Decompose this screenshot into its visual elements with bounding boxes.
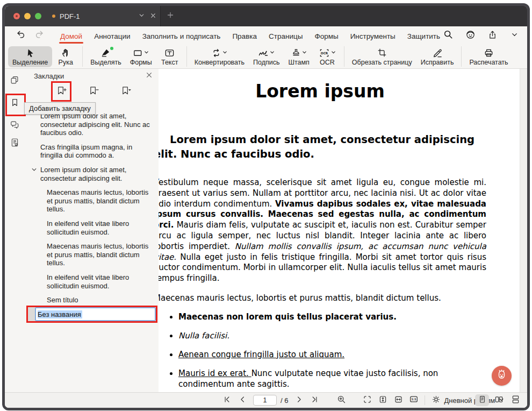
- menu-tab-6[interactable]: Формы: [308, 28, 344, 44]
- add-bookmark-button[interactable]: [54, 84, 68, 98]
- crop-tool-button[interactable]: Обрезать страницу: [348, 46, 416, 67]
- titlebar: PDF-1: [5, 6, 527, 26]
- menu-tab-3[interactable]: Заполнить и подписать: [136, 28, 227, 44]
- chevron-left-icon: [239, 395, 247, 406]
- bookmark-title-input[interactable]: Без названия: [35, 307, 156, 321]
- document-title: Lorem ipsum: [159, 81, 486, 102]
- minimize-window-button[interactable]: [24, 13, 31, 19]
- convert-tool-button[interactable]: Конвертировать: [190, 46, 249, 67]
- tool-icon-row: [432, 48, 443, 58]
- tab-modified-dot: [52, 15, 55, 18]
- menu-tab-7[interactable]: Инструменты: [344, 28, 401, 44]
- paragraph: Vestibulum neque massa, scelerisque sit …: [159, 178, 486, 284]
- share-icon: [488, 30, 497, 42]
- shapes-tool-button[interactable]: Формы: [126, 46, 156, 67]
- bookmark-text: Lorem ipsum dolor sit amet, consectetur …: [40, 112, 150, 137]
- ai-assistant-button[interactable]: [492, 366, 512, 386]
- close-panel-button[interactable]: [145, 72, 153, 80]
- collapse-toolbar-button[interactable]: [509, 30, 520, 41]
- tool-icon-row: [258, 48, 275, 58]
- toolbar-group: Обрезать страницуИсправить: [344, 45, 462, 68]
- redo-button[interactable]: [34, 30, 45, 41]
- shapes-icon: [133, 48, 143, 60]
- chevron-down-icon: [511, 31, 519, 41]
- new-tab-button[interactable]: [165, 11, 176, 22]
- first-page-icon: [223, 395, 231, 406]
- menu-tab-5[interactable]: Страницы: [263, 28, 308, 44]
- actual-size-button[interactable]: 1:1: [409, 395, 419, 405]
- fit-height-icon: [378, 395, 387, 406]
- document-viewport[interactable]: Lorem ipsum Lorem ipsum dolor sit amet, …: [159, 69, 527, 393]
- chevron-down-icon: [270, 48, 275, 58]
- scrollbar-track[interactable]: [520, 69, 527, 393]
- share-button[interactable]: [487, 30, 498, 41]
- scroll-view-button[interactable]: [508, 394, 522, 406]
- last-page-icon: [311, 395, 319, 406]
- support-button[interactable]: [465, 30, 476, 41]
- bookmark-item-6[interactable]: Maecenas mauris lectus, lobortis et puru…: [24, 242, 152, 267]
- fit-page-icon: [363, 395, 372, 406]
- previous-page-button[interactable]: [238, 395, 247, 405]
- page-number-input[interactable]: 1: [253, 395, 277, 406]
- tooltip: Добавить закладку: [24, 102, 96, 115]
- tool-icon-row: [133, 48, 149, 58]
- zoom-button[interactable]: [336, 395, 346, 405]
- support-icon: [465, 30, 476, 42]
- chevron-down-icon[interactable]: [31, 166, 37, 175]
- bookmark-item-4[interactable]: Maecenas mauris lectus, lobortis et puru…: [24, 188, 152, 214]
- last-page-button[interactable]: [310, 395, 319, 405]
- bullet-item-3: Aenean congue fringilla justo ut aliquam…: [178, 349, 486, 360]
- bookmark-item-8[interactable]: Sem título: [24, 296, 152, 304]
- menu-tab-1[interactable]: Домой: [54, 28, 88, 44]
- stamp-icon: [291, 48, 301, 60]
- remove-bookmark-button[interactable]: [87, 84, 100, 98]
- first-page-button[interactable]: [222, 395, 232, 405]
- two-page-icon: [494, 395, 504, 406]
- menu-tab-8[interactable]: Защитить: [401, 28, 446, 44]
- sidebar-rail: [5, 69, 25, 393]
- close-window-button[interactable]: [13, 13, 20, 19]
- cursor-tool-button[interactable]: Выделение: [8, 46, 52, 67]
- fit-width-button[interactable]: [393, 395, 403, 405]
- fit-page-button[interactable]: [362, 395, 372, 405]
- printer-tool-button[interactable]: Распечатать: [465, 46, 512, 67]
- bookmark-item-2[interactable]: Cras fringilla ipsum magna, in fringilla…: [24, 143, 150, 160]
- tab-close-button[interactable]: [149, 12, 157, 20]
- tool-icon-row: OCR: [319, 48, 336, 58]
- hand-tool-button[interactable]: Рука: [52, 46, 79, 67]
- tab-dropdown-button[interactable]: [137, 12, 146, 20]
- fit-height-button[interactable]: [378, 395, 387, 405]
- bookmark-menu-icon: [120, 86, 132, 98]
- bookmarks-panel-header: Закладки: [24, 69, 159, 82]
- menu-tab-4[interactable]: Правка: [226, 28, 263, 44]
- single-page-view-button[interactable]: [475, 394, 489, 406]
- thumbnails-panel-button[interactable]: [9, 76, 20, 87]
- highlighter-tool-button[interactable]: Выделять: [86, 46, 125, 67]
- text-segment: Maecenas mauris lectus, lobortis et puru…: [159, 293, 441, 303]
- bookmark-options-button[interactable]: [119, 84, 133, 98]
- tool-label: Штамп: [288, 59, 309, 66]
- bookmark-text: Maecenas mauris lectus, lobortis et puru…: [47, 242, 148, 267]
- two-page-view-button[interactable]: [492, 394, 506, 406]
- bookmark-item-5[interactable]: In eleifend velit vitae libero sollicitu…: [24, 219, 152, 236]
- menu-tab-2[interactable]: Аннотации: [88, 28, 136, 44]
- outline-panel-button[interactable]: [9, 138, 20, 149]
- bookmark-item-3[interactable]: Lorem ipsum dolor sit amet, consectetur …: [24, 166, 150, 182]
- signature-tool-button[interactable]: Подпись: [249, 46, 284, 67]
- search-button[interactable]: [443, 30, 454, 41]
- bookmark-rename-row: Без названия: [28, 307, 156, 321]
- bullet-list: Maecenas non lorem quis tellus placerat …: [159, 311, 486, 393]
- annotations-panel-button[interactable]: [9, 121, 20, 131]
- bookmark-item-7[interactable]: In eleifend velit vitae libero sollicitu…: [24, 273, 152, 290]
- ocr-tool-button[interactable]: OCROCR: [314, 46, 341, 67]
- next-page-button[interactable]: [294, 395, 304, 405]
- app-window: PDF-1 ДомойАннотацииЗаполнить и подписат…: [2, 3, 530, 410]
- undo-button[interactable]: [16, 30, 26, 41]
- bookmark-item-1[interactable]: Lorem ipsum dolor sit amet, consectetur …: [24, 112, 150, 137]
- traffic-lights: [13, 13, 41, 19]
- redact-tool-button[interactable]: Исправить: [416, 46, 458, 67]
- bookmark-actions: [24, 83, 159, 100]
- sun-icon: [432, 395, 441, 406]
- stamp-tool-button[interactable]: Штамп: [284, 46, 313, 67]
- textbox-tool-button[interactable]: Текст: [156, 46, 183, 67]
